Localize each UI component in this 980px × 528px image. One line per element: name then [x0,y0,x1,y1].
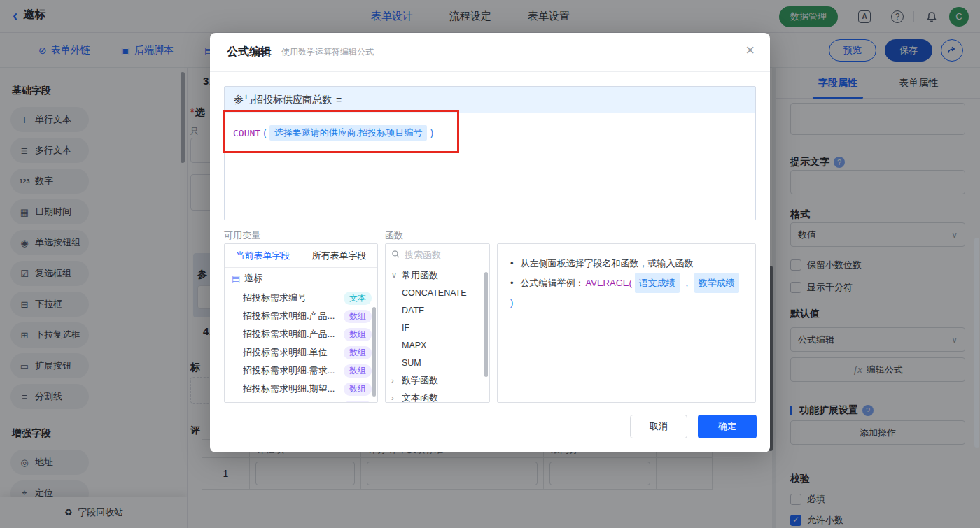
example-field-chip: 数学成绩 [694,273,739,293]
modal-title: 公式编辑 [227,45,272,59]
formula-editor-box[interactable]: 参与招投标供应商总数 = COUNT ( 选择要邀请的供应商.招投标项目编号 ) [224,86,756,220]
function-item[interactable]: IF [386,319,489,336]
tree-collapsed-icon: › [391,376,398,385]
variables-scrollbar[interactable] [372,307,376,397]
function-group-common[interactable]: ∨常用函数 [386,266,489,284]
tip-line-2: • 公式编辑举例： AVERAGE( 语文成绩 ， 数学成绩 ) [510,273,743,312]
tree-collapsed-icon: › [391,394,398,402]
variable-item[interactable]: 招投标需求明细...数组 [225,398,377,403]
variable-item[interactable]: 招投标需求明细.需求...数组 [225,362,377,380]
formula-editor-modal: 公式编辑 使用数学运算符编辑公式 × 参与招投标供应商总数 = COUNT ( … [210,33,770,452]
formula-function-name: COUNT [233,128,260,138]
search-icon [391,250,400,261]
function-tree: ∨常用函数 CONCATENATE DATE IF MAPX SUM ›数学函数… [386,266,489,403]
type-tag: 数组 [344,364,372,378]
modal-subtitle: 使用数学运算符编辑公式 [281,46,374,58]
function-item[interactable]: SUM [386,354,489,371]
function-item[interactable]: DATE [386,301,489,319]
function-item[interactable]: CONCATENATE [386,284,489,301]
open-paren: ( [263,127,267,138]
formula-expression[interactable]: COUNT ( 选择要邀请的供应商.招投标项目编号 ) [225,113,755,152]
variable-item[interactable]: 招投标需求明细.期望...数组 [225,380,377,398]
example-field-chip: 语文成绩 [635,273,680,293]
document-icon: ▤ [232,273,240,284]
variable-item[interactable]: 招投标需求明细.产品...数组 [225,307,377,325]
tab-all-form-fields[interactable]: 所有表单字段 [312,250,367,262]
modal-header: 公式编辑 使用数学运算符编辑公式 × [210,33,770,72]
variables-list: ▤邀标 招投标需求编号文本 招投标需求明细.产品...数组 招投标需求明细.产品… [225,268,377,403]
type-tag: 数组 [344,346,372,359]
formula-target-field: 参与招投标供应商总数 [234,94,332,106]
type-tag: 数组 [344,310,372,323]
tree-expanded-icon: ∨ [391,271,398,280]
close-paren: ) [430,127,433,138]
tab-current-form-fields[interactable]: 当前表单字段 [236,250,290,262]
variable-item[interactable]: 招投标需求编号文本 [225,289,377,307]
cancel-button[interactable]: 取消 [630,415,687,438]
tip-line-1: •从左侧面板选择字段名和函数，或输入函数 [510,254,743,273]
type-tag: 数组 [344,383,372,396]
function-search-input[interactable] [405,250,475,260]
type-tag: 数组 [344,328,372,341]
functions-panel: ∨常用函数 CONCATENATE DATE IF MAPX SUM ›数学函数… [385,243,490,403]
formula-target-bar: 参与招投标供应商总数 = [225,87,755,113]
type-tag: 数组 [344,401,372,404]
page-scrollbar[interactable] [974,238,979,448]
variable-item[interactable]: 招投标需求明细.单位数组 [225,343,377,362]
function-group-text[interactable]: ›文本函数 [386,389,489,403]
tips-panel: •从左侧面板选择字段名和函数，或输入函数 • 公式编辑举例： AVERAGE( … [497,243,756,403]
variables-label: 可用变量 [224,229,260,242]
variables-panel: 当前表单字段 所有表单字段 ▤邀标 招投标需求编号文本 招投标需求明细.产品..… [224,243,378,403]
confirm-button[interactable]: 确定 [698,415,757,438]
app-window: ‹ 邀标 表单设计 流程设定 表单设置 数据管理 A ? C ⊘表单外链 ▣后端… [0,0,980,528]
formula-field-chip[interactable]: 选择要邀请的供应商.招投标项目编号 [270,125,428,141]
functions-scrollbar[interactable] [484,272,488,377]
function-group-math[interactable]: ›数学函数 [386,371,489,389]
variable-item[interactable]: 招投标需求明细.产品...数组 [225,325,377,343]
type-tag: 文本 [344,292,372,305]
function-search [386,244,489,266]
close-icon[interactable]: × [746,43,755,58]
variable-root-node[interactable]: ▤邀标 [225,268,377,289]
equals-sign: = [336,94,342,106]
variables-tabs: 当前表单字段 所有表单字段 [225,244,377,268]
example-function: AVERAGE( [586,273,632,292]
functions-label: 函数 [385,229,403,242]
function-item[interactable]: MAPX [386,336,489,354]
